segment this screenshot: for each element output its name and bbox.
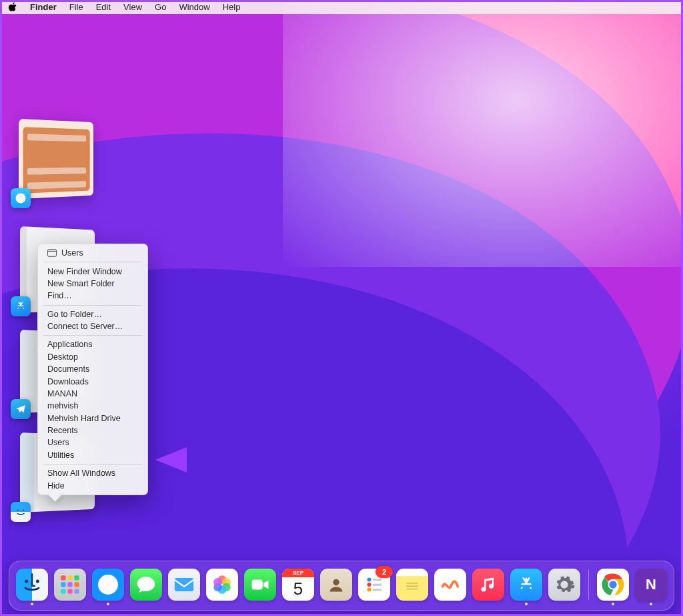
svg-point-5 xyxy=(25,580,28,583)
svg-rect-12 xyxy=(74,582,79,587)
context-menu-item[interactable]: Go to Folder… xyxy=(38,308,147,320)
dock-notes[interactable] xyxy=(396,569,428,601)
svg-rect-10 xyxy=(61,582,65,587)
menu-file[interactable]: File xyxy=(69,2,83,12)
dock-system-settings[interactable] xyxy=(548,569,580,601)
menu-help[interactable]: Help xyxy=(223,2,241,12)
menu-bar: Finder File Edit View Go Window Help xyxy=(0,0,683,14)
svg-rect-14 xyxy=(67,589,72,593)
context-menu-item[interactable]: Utilities xyxy=(38,449,147,461)
context-menu-item[interactable]: Mehvish Hard Drive xyxy=(38,412,147,424)
context-menu-item[interactable]: mehvish xyxy=(38,400,147,412)
dock-photos[interactable] xyxy=(206,569,238,601)
context-menu-item[interactable]: Connect to Server… xyxy=(38,320,147,332)
dock-app-store[interactable] xyxy=(510,569,542,601)
dock-reminders[interactable]: 2 xyxy=(358,569,390,601)
svg-rect-11 xyxy=(67,582,72,587)
svg-point-27 xyxy=(368,578,372,582)
svg-rect-7 xyxy=(61,575,65,580)
reminders-badge: 2 xyxy=(376,566,393,578)
menu-app-name[interactable]: Finder xyxy=(30,2,57,12)
svg-point-1 xyxy=(17,509,19,511)
context-menu-item[interactable]: New Finder Window xyxy=(38,265,147,277)
dock-divider xyxy=(588,569,589,600)
dock-mail[interactable] xyxy=(168,569,200,601)
menu-go[interactable]: Go xyxy=(155,2,166,12)
svg-rect-3 xyxy=(47,250,56,257)
calendar-month: SEP xyxy=(282,569,314,577)
dock-launchpad[interactable] xyxy=(54,569,86,601)
dock-finder[interactable] xyxy=(16,569,48,601)
menu-window[interactable]: Window xyxy=(179,2,209,12)
context-menu-separator xyxy=(43,335,142,336)
svg-point-29 xyxy=(368,583,372,587)
context-menu-item[interactable]: MANAN xyxy=(38,388,147,400)
finder-icon[interactable] xyxy=(11,502,31,522)
context-menu-item[interactable]: Find… xyxy=(38,290,147,302)
context-menu-item[interactable]: New Smart Folder xyxy=(38,278,147,290)
dock-chrome[interactable] xyxy=(597,569,629,601)
menu-edit[interactable]: Edit xyxy=(96,2,111,12)
dock-music[interactable] xyxy=(472,569,504,601)
telegram-icon[interactable] xyxy=(11,399,31,419)
svg-rect-28 xyxy=(373,579,382,581)
calendar-day: 5 xyxy=(282,579,314,599)
app-store-icon[interactable] xyxy=(11,296,31,316)
dock-onenote[interactable]: N xyxy=(635,569,667,601)
context-menu-item[interactable]: Desktop xyxy=(38,351,147,363)
dock-safari[interactable] xyxy=(92,569,124,601)
svg-rect-15 xyxy=(74,589,79,593)
onenote-label: N xyxy=(646,576,656,593)
apple-menu-icon[interactable] xyxy=(8,2,17,12)
safari-icon[interactable] xyxy=(11,188,31,208)
context-menu-item[interactable]: Hide xyxy=(38,479,147,491)
svg-point-2 xyxy=(23,509,24,511)
svg-point-26 xyxy=(333,579,339,585)
svg-point-6 xyxy=(36,580,39,583)
dock-messages[interactable] xyxy=(130,569,162,601)
finder-dock-context-menu: Users New Finder Window New Smart Folder… xyxy=(37,244,148,495)
svg-point-31 xyxy=(368,588,372,592)
context-menu-separator xyxy=(43,464,142,465)
dock-freeform[interactable] xyxy=(434,569,466,601)
context-menu-item[interactable]: Users xyxy=(38,436,147,448)
window-icon xyxy=(47,249,57,257)
dock: SEP 5 2 N xyxy=(9,561,674,611)
window-preview-safari[interactable] xyxy=(19,119,93,199)
context-menu-item[interactable]: Recents xyxy=(38,424,147,436)
dock-contacts[interactable] xyxy=(320,569,352,601)
context-menu-header-label: Users xyxy=(61,248,83,258)
menu-view[interactable]: View xyxy=(123,2,142,12)
context-menu-item[interactable]: Downloads xyxy=(38,375,147,387)
context-menu-separator xyxy=(43,305,142,306)
context-menu-item[interactable]: Documents xyxy=(38,363,147,375)
svg-rect-18 xyxy=(175,578,193,591)
svg-point-0 xyxy=(16,194,26,204)
dock-calendar[interactable]: SEP 5 xyxy=(282,569,314,601)
svg-rect-8 xyxy=(67,575,72,580)
svg-rect-30 xyxy=(373,584,382,586)
svg-rect-13 xyxy=(61,589,65,593)
context-menu-header[interactable]: Users xyxy=(38,247,147,259)
dock-facetime[interactable] xyxy=(244,569,276,601)
context-menu-item[interactable]: Show All Windows xyxy=(38,467,147,479)
svg-rect-25 xyxy=(252,580,263,590)
svg-point-24 xyxy=(213,578,222,587)
context-menu-item[interactable]: Applications xyxy=(38,338,147,350)
svg-rect-32 xyxy=(373,589,382,591)
context-menu-separator xyxy=(43,262,142,262)
svg-rect-9 xyxy=(74,575,79,580)
